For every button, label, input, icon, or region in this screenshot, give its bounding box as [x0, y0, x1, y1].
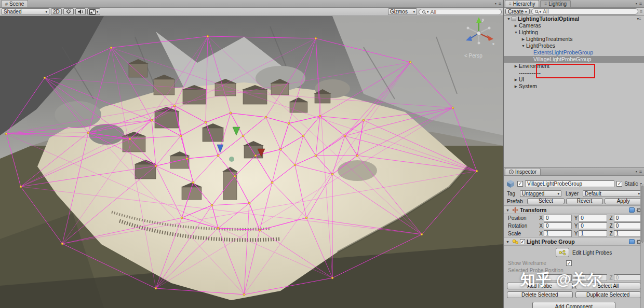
scene-search-value: All: [431, 9, 437, 15]
tab-inspector[interactable]: Inspector: [505, 168, 541, 175]
chevron-down-icon: ▾: [45, 10, 47, 13]
watermark: 知乎 @关尔: [520, 270, 602, 290]
panel-menu-icon[interactable]: ≡: [639, 1, 642, 6]
panel-menu-icon[interactable]: ≡: [499, 1, 501, 6]
transform-scale-y-field[interactable]: 1: [579, 230, 607, 237]
hierarchy-item-lighting[interactable]: ▼Lighting: [504, 29, 644, 36]
unity-editor-window: # Scene ▪ ≡ Shaded ▾ 2D ▾: [0, 0, 644, 308]
hierarchy-search-input[interactable]: ▾ All: [531, 8, 638, 15]
tab-scene[interactable]: # Scene: [1, 0, 28, 7]
edit-light-probes-icon-button[interactable]: [556, 248, 569, 257]
chevron-down-icon: ▾: [427, 10, 429, 13]
gizmos-dropdown[interactable]: Gizmos ▾: [388, 8, 417, 15]
transform-rotation-z-field[interactable]: 0: [614, 222, 642, 229]
light-probe-group-title: Light Probe Group: [527, 239, 575, 245]
inspector-scrollbar[interactable]: [640, 184, 644, 308]
hierarchy-item-extentslightprobegroup[interactable]: ExtentsLightProbeGroup: [504, 49, 644, 56]
chevron-down-icon: ▾: [413, 10, 415, 13]
hierarchy-tab-label: Hierarchy: [513, 1, 535, 7]
scene-effects-dropdown[interactable]: ▾: [87, 8, 101, 15]
component-enabled-checkbox[interactable]: ✓: [520, 239, 525, 244]
axis-label-x: X: [538, 215, 543, 221]
probe-sphere-gizmo: [229, 157, 234, 162]
expand-arrow[interactable]: ▼: [520, 43, 526, 49]
active-checkbox[interactable]: ✓: [517, 181, 523, 187]
help-book-icon[interactable]: [629, 239, 635, 244]
panel-lock-icon[interactable]: ▪: [495, 1, 497, 6]
transform-title: Transform: [520, 207, 546, 213]
transform-component-header[interactable]: ▼ Transform: [504, 206, 644, 214]
hierarchy-item-ui[interactable]: ▶UI: [504, 76, 644, 83]
hierarchy-item-label: ExtentsLightProbeGroup: [533, 49, 593, 56]
panel-lock-icon[interactable]: ▪: [636, 1, 637, 6]
2d-toggle-button[interactable]: 2D: [51, 8, 62, 15]
tag-dropdown[interactable]: Untagged ▾: [520, 190, 561, 197]
tab-lighting[interactable]: ≡ Lighting: [540, 0, 571, 7]
hierarchy-item-cameras[interactable]: ▶Cameras: [504, 22, 644, 29]
hierarchy-item-villagelightprobegroup[interactable]: VillageLightProbeGroup: [504, 56, 644, 63]
duplicate-selected-button[interactable]: Duplicate Selected: [575, 291, 641, 298]
shaded-dropdown[interactable]: Shaded ▾: [2, 8, 49, 15]
inspector-icon: [509, 170, 514, 174]
expand-arrow[interactable]: ▼: [506, 240, 511, 244]
hierarchy-item-label: LightingTreatments: [526, 36, 573, 43]
hierarchy-item-lightingtreatments[interactable]: ▶LightingTreatments: [504, 36, 644, 43]
help-book-icon[interactable]: [629, 207, 635, 213]
transform-position-z-field[interactable]: 0: [614, 215, 642, 221]
inspector-tabstrip: Inspector ▪ ≡: [504, 167, 644, 176]
tab-hierarchy[interactable]: ≡ Hierarchy: [505, 0, 539, 7]
expand-arrow[interactable]: ▼: [513, 29, 519, 36]
prefab-apply-button[interactable]: Apply: [605, 198, 642, 204]
hierarchy-tabstrip: ≡ Hierarchy ≡ Lighting ▪ ≡: [504, 0, 644, 8]
transform-rotation-x-field[interactable]: 0: [544, 222, 572, 229]
scene-audio-toggle[interactable]: [75, 8, 86, 15]
transform-position-y-field[interactable]: 0: [579, 215, 607, 221]
panel-lock-icon[interactable]: ▪: [636, 169, 637, 174]
transform-rotation-y-field[interactable]: 0: [579, 222, 607, 229]
prefab-revert-button[interactable]: Revert: [566, 198, 603, 204]
scene-viewport[interactable]: x y < Persp: [0, 16, 503, 308]
transform-rotation-row: RotationX0Y0Z0: [504, 222, 644, 230]
hierarchy-item-environment[interactable]: ▶Environment: [504, 63, 644, 69]
scene-menu-icon[interactable]: ▾≡: [637, 16, 644, 22]
transform-position-x-field[interactable]: 0: [544, 215, 572, 221]
object-name-field[interactable]: VillageLightProbeGroup: [525, 180, 614, 187]
panel-menu-icon[interactable]: ≡: [639, 169, 642, 174]
prefab-select-button[interactable]: Select: [527, 198, 565, 204]
create-button[interactable]: Create ▾: [505, 8, 530, 15]
layer-dropdown[interactable]: Default ▾: [583, 190, 642, 197]
expand-arrow[interactable]: ▶: [513, 83, 519, 90]
delete-selected-button[interactable]: Delete Selected: [507, 291, 573, 298]
transform-scale-z-field[interactable]: 1: [614, 230, 642, 237]
expand-arrow[interactable]: ▼: [506, 208, 511, 212]
hierarchy-item-label: Cameras: [519, 22, 541, 29]
expand-arrow[interactable]: ▶: [513, 76, 519, 83]
search-icon: [422, 10, 425, 13]
hierarchy-item-system[interactable]: ▶System: [504, 83, 644, 90]
hierarchy-item-label: ------------: [519, 69, 541, 76]
add-component-button[interactable]: Add Component: [532, 302, 615, 308]
shaded-label: Shaded: [4, 9, 21, 15]
scene-tab-grid-icon: #: [5, 2, 8, 7]
scene-search-input[interactable]: ▾ All: [419, 9, 502, 15]
expand-arrow[interactable]: ▶: [520, 36, 526, 43]
hierarchy-item-lightingtutorialoptimal[interactable]: ▼LightingTutorialOptimal▾≡: [504, 16, 644, 22]
light-probe-group-header[interactable]: ▼ ✓ Light Probe Group: [504, 237, 644, 246]
hierarchy-item-lightprobes[interactable]: ▼LightProbes: [504, 43, 644, 49]
lighting-tab-label: Lighting: [548, 1, 567, 7]
tag-label: Tag: [506, 191, 518, 197]
hierarchy-item--[interactable]: ------------: [504, 69, 644, 76]
hierarchy-filter-icon[interactable]: ≡: [640, 9, 642, 14]
axis-label-x: X: [538, 223, 543, 229]
scene-lighting-toggle[interactable]: [63, 8, 74, 15]
show-wireframe-checkbox[interactable]: ✓: [566, 260, 572, 266]
expand-arrow[interactable]: ▼: [506, 16, 512, 22]
edit-light-probes-label[interactable]: Edit Light Probes: [572, 250, 612, 256]
static-checkbox[interactable]: ✓: [616, 181, 622, 187]
expand-arrow[interactable]: ▶: [513, 63, 519, 69]
expand-arrow[interactable]: ▶: [513, 22, 519, 29]
transform-position-label: Position: [508, 215, 537, 221]
transform-scale-x-field[interactable]: 1: [544, 230, 572, 237]
lighting-tab-icon: ≡: [544, 2, 547, 6]
persp-label[interactable]: < Persp: [464, 53, 482, 59]
